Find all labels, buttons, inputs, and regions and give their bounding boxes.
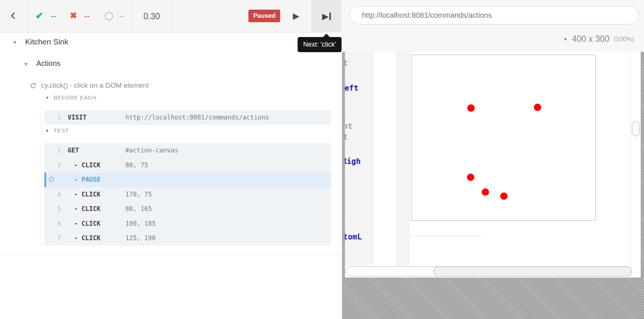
viewport-scale: (100%): [614, 36, 634, 43]
command-method: - CLICK: [74, 158, 101, 173]
chevron-left-icon: [11, 12, 17, 19]
test-timer: 0.30: [132, 0, 171, 33]
aut-panel: http://localhost:8081/commands/actions ▾…: [342, 0, 644, 319]
click-dot: [534, 104, 541, 111]
command-row[interactable]: 1GET#action-canvas: [44, 143, 331, 158]
spinner-icon: [49, 177, 54, 182]
toolbar-separator: [28, 0, 29, 32]
passed-check-icon: ✔: [35, 10, 43, 21]
pending-count: --: [119, 12, 125, 20]
code-fragment: Righ: [345, 157, 361, 166]
command-number: 6: [44, 216, 61, 231]
test-row[interactable]: cy.click() - click on a DOM element: [30, 81, 149, 90]
code-fragment: tomL: [345, 232, 362, 241]
vertical-scrollbar[interactable]: [630, 52, 641, 278]
command-number: 1: [44, 143, 61, 158]
url-bar[interactable]: http://localhost:8081/commands/actions: [349, 6, 638, 24]
hook-test[interactable]: ▼ TEST: [45, 127, 69, 134]
test-title: cy.click() - click on a DOM element: [41, 81, 149, 90]
action-canvas[interactable]: [411, 54, 596, 221]
code-fragment: ht: [345, 122, 352, 131]
command-row[interactable]: 4- CLICK170, 75: [44, 187, 331, 202]
command-method: - CLICK: [74, 202, 101, 216]
paused-badge: Paused: [248, 10, 280, 22]
caret-down-icon: ▼: [45, 128, 49, 133]
content-divider: [411, 236, 481, 236]
code-fragment: t: [345, 132, 348, 141]
test-commands: 1GET#action-canvas2- CLICK80, 75- PAUSE4…: [44, 143, 331, 246]
command-number: 7: [44, 231, 61, 246]
test-left-guide: [41, 105, 41, 246]
before-each-commands: 1VISIThttp://localhost:8081/commands/act…: [44, 110, 331, 125]
command-row[interactable]: 6- CLICK100, 185: [44, 216, 331, 231]
command-number: 4: [44, 187, 61, 202]
failed-x-icon: ✖: [70, 11, 77, 21]
command-row[interactable]: 5- CLICK80, 165: [44, 202, 331, 216]
command-method: - CLICK: [74, 187, 101, 202]
command-number: 5: [44, 202, 61, 216]
click-dot: [467, 104, 475, 112]
code-fragment: left: [345, 84, 359, 93]
aut-iframe: tlefthttRightomL: [345, 52, 641, 278]
command-message: http://localhost:8081/commands/actions: [125, 110, 269, 125]
command-row[interactable]: 1VISIThttp://localhost:8081/commands/act…: [44, 110, 331, 125]
command-method: - PAUSE: [74, 172, 101, 187]
command-method: GET: [68, 143, 79, 158]
command-number: 2: [44, 158, 61, 173]
cypress-runner: { "toolbar": { "passed_count": "--", "fa…: [0, 0, 644, 319]
code-fragment: t: [345, 58, 348, 67]
command-message: #action-canvas: [125, 143, 178, 158]
failed-count: --: [84, 12, 90, 20]
command-row[interactable]: 2- CLICK80, 75: [44, 158, 331, 173]
passed-count: --: [51, 12, 56, 20]
horizontal-scrollbar-thumb[interactable]: [433, 266, 632, 276]
command-method: VISIT: [68, 110, 87, 125]
click-dot: [482, 188, 489, 196]
command-number: 1: [44, 110, 61, 125]
command-message: 80, 75: [125, 158, 148, 173]
command-method: - CLICK: [74, 216, 101, 231]
viewport-menu-caret-icon[interactable]: ▾: [564, 36, 567, 43]
caret-down-icon: ▼: [45, 95, 49, 100]
aut-header: http://localhost:8081/commands/actions ▾…: [342, 0, 644, 52]
pending-circle-icon: [105, 12, 113, 20]
command-message: 125, 190: [125, 231, 156, 246]
step-forward-icon: ▶: [322, 11, 331, 21]
command-message: 80, 165: [125, 202, 152, 216]
vertical-scrollbar-thumb[interactable]: [632, 121, 640, 136]
command-method: - CLICK: [74, 231, 101, 246]
hook-before-each[interactable]: ▼ BEFORE EACH: [45, 94, 96, 101]
click-dot: [467, 174, 474, 181]
reporter-divider: [0, 255, 341, 255]
next-tooltip: Next: 'click': [298, 37, 342, 52]
url-text: http://localhost:8081/commands/actions: [362, 6, 492, 24]
caret-down-icon[interactable]: ▾: [24, 60, 28, 68]
horizontal-scrollbar[interactable]: [346, 266, 631, 276]
code-block-background: [396, 52, 410, 266]
click-dot: [500, 192, 508, 200]
command-message: 170, 75: [125, 187, 152, 202]
suite-actions[interactable]: Actions: [36, 59, 61, 68]
command-row[interactable]: - PAUSE: [44, 172, 331, 187]
reporter-toolbar: ✔ -- ✖ -- -- 0.30 Paused ▶ ▶: [0, 0, 342, 33]
running-refresh-icon: [30, 82, 37, 89]
viewport-info: ▾ 400 x 300 (100%): [564, 34, 634, 44]
command-message: 100, 185: [125, 216, 156, 231]
next-step-button[interactable]: ▶: [312, 0, 341, 33]
command-log: ▾ Kitchen Sink ▾ Actions cy.click() - cl…: [0, 33, 342, 319]
toolbar-separator: [171, 0, 172, 32]
resume-button[interactable]: ▶: [287, 0, 305, 32]
suite-kitchen-sink[interactable]: Kitchen Sink: [25, 37, 68, 46]
command-row[interactable]: 7- CLICK125, 190: [44, 231, 331, 246]
viewport-size: 400 x 300: [572, 34, 609, 44]
back-button[interactable]: [0, 0, 28, 32]
caret-down-icon[interactable]: ▾: [13, 38, 17, 46]
